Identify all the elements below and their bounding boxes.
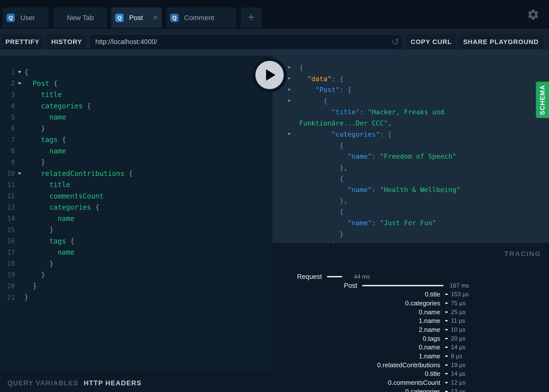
- resolver-path-label: 0.categories: [273, 388, 440, 392]
- add-tab-button[interactable]: +: [241, 7, 262, 28]
- code-text: name: [24, 215, 74, 223]
- copy-curl-button[interactable]: COPY CURL: [407, 34, 456, 49]
- code-text: tags {: [24, 136, 66, 144]
- editor-line[interactable]: 7tags {: [0, 134, 273, 146]
- editor-line[interactable]: 21}: [0, 292, 273, 303]
- tab-http-headers[interactable]: HTTP HEADERS: [84, 379, 142, 387]
- editor-line[interactable]: 16tags {: [0, 236, 273, 247]
- resolver-path-label: 0.name: [273, 343, 440, 351]
- code-text: commentsCount: [24, 192, 104, 200]
- editor-line[interactable]: 8name: [0, 146, 273, 157]
- editor-line[interactable]: 4categories {: [0, 100, 273, 112]
- code-text: categories {: [24, 203, 99, 211]
- json-text: {: [299, 97, 328, 105]
- resolver-path-label: 0.name: [273, 308, 440, 316]
- settings-button[interactable]: [527, 8, 540, 21]
- reload-icon[interactable]: ↺: [391, 37, 399, 47]
- tracing-resolver-row: 0.title14 µs: [273, 369, 549, 378]
- line-number: 12: [0, 192, 15, 200]
- tracing-resolver-row: 0.name25 µs: [273, 308, 549, 317]
- code-text: relatedContributions {: [24, 170, 133, 178]
- tab-post[interactable]: Q Post ×: [111, 7, 162, 28]
- resolver-path-label: 1.name: [273, 352, 440, 360]
- tab-bar: Q User New Tab Q Post × Q Comment +: [0, 0, 549, 28]
- resolver-duration-bar: [445, 382, 448, 383]
- resolver-duration-value: 153 µs: [451, 291, 469, 298]
- fold-arrow-icon[interactable]: [285, 67, 293, 69]
- line-number: 1: [0, 69, 15, 76]
- prettify-button[interactable]: PRETTIFY: [1, 34, 43, 49]
- editor-line[interactable]: 18}: [0, 258, 273, 270]
- code-text: name: [24, 248, 74, 256]
- tracing-resolver-row: 0.categories13 µs: [273, 387, 549, 392]
- history-button[interactable]: HISTORY: [47, 34, 87, 49]
- editor-line[interactable]: 13categories {: [0, 202, 273, 213]
- editor-line[interactable]: 17name: [0, 247, 273, 258]
- line-number: 2: [0, 80, 15, 87]
- share-playground-button[interactable]: SHARE PLAYGROUND: [459, 34, 543, 49]
- resolver-duration-value: 75 µs: [451, 300, 466, 307]
- fold-arrow-icon[interactable]: [285, 133, 293, 135]
- json-text: }: [299, 230, 344, 238]
- fold-arrow-icon[interactable]: [15, 172, 24, 175]
- json-text: "data": {: [299, 75, 344, 83]
- tracing-resolver-row: 0.relatedContributions19 µs: [273, 361, 549, 369]
- response-line: "name": "Freedom of Speech": [273, 151, 549, 162]
- editor-line[interactable]: 10relatedContributions {: [0, 168, 273, 179]
- response-viewer: {"data": {"Post": [{"title": "Hacker, Fr…: [273, 56, 549, 243]
- resolver-path-label: 0.categories: [273, 299, 440, 307]
- schema-side-tab[interactable]: SCHEMA: [536, 82, 549, 118]
- query-badge-icon: Q: [6, 14, 15, 22]
- code-text: categories {: [24, 102, 91, 110]
- schema-tab-label: SCHEMA: [539, 85, 546, 115]
- resolver-path-label: 1.name: [273, 317, 440, 325]
- editor-line[interactable]: 11title: [0, 179, 273, 191]
- json-text: Funktionäre...Der CCC",: [299, 119, 392, 127]
- editor-line[interactable]: 1{: [0, 67, 273, 78]
- resolver-duration-value: 19 µs: [451, 362, 466, 368]
- json-text: "categories": [: [299, 130, 392, 138]
- close-icon[interactable]: ×: [153, 13, 158, 22]
- editor-line[interactable]: 20}: [0, 281, 273, 292]
- resolver-duration-bar: [445, 373, 448, 374]
- endpoint-url-value: http://localhost:4000/: [95, 38, 157, 46]
- editor-line[interactable]: 3title: [0, 89, 273, 100]
- code-text: tags {: [24, 237, 74, 245]
- tracing-duration-value: 44 ms: [354, 273, 370, 280]
- tab-query-variables[interactable]: QUERY VARIABLES: [7, 379, 78, 387]
- tracing-duration-value: 167 ms: [450, 282, 469, 289]
- editor-line[interactable]: 6}: [0, 123, 273, 134]
- editor-line[interactable]: 19}: [0, 269, 273, 281]
- editor-line[interactable]: 2Post {: [0, 78, 273, 89]
- plus-icon: +: [248, 11, 255, 23]
- code-text: {: [24, 68, 28, 76]
- tracing-span-row: Request44 ms: [273, 272, 549, 281]
- tracing-resolver-row: 1.name8 µs: [273, 352, 549, 361]
- json-text: },: [299, 197, 348, 204]
- json-text: },: [299, 164, 348, 171]
- response-line: "name": "Just For Fun": [273, 217, 549, 228]
- line-number: 16: [0, 237, 15, 245]
- query-editor[interactable]: 1{2Post {3title4categories {5name6}7tags…: [0, 56, 273, 370]
- editor-line[interactable]: 14name: [0, 213, 273, 224]
- editor-line[interactable]: 15}: [0, 224, 273, 236]
- json-text: "title": "Hacker, Freaks und: [299, 108, 444, 116]
- fold-arrow-icon[interactable]: [15, 71, 24, 73]
- response-line: "name": "Health & Wellbeing": [273, 184, 549, 195]
- fold-arrow-icon[interactable]: [285, 100, 293, 102]
- fold-arrow-icon[interactable]: [285, 89, 293, 91]
- tab-comment[interactable]: Q Comment: [166, 7, 236, 28]
- endpoint-url-input[interactable]: http://localhost:4000/ ↺: [90, 34, 402, 49]
- tab-new-tab[interactable]: New Tab: [54, 7, 107, 28]
- editor-line[interactable]: 12commentsCount: [0, 191, 273, 202]
- editor-line[interactable]: 9}: [0, 157, 273, 168]
- fold-arrow-icon[interactable]: [15, 82, 24, 85]
- play-button-circle: [255, 61, 284, 89]
- resolver-duration-bar: [445, 356, 448, 357]
- editor-line[interactable]: 5name: [0, 112, 273, 123]
- line-number: 10: [0, 170, 15, 177]
- json-text: {: [299, 64, 303, 72]
- execute-query-button[interactable]: [252, 58, 287, 92]
- tab-user[interactable]: Q User: [2, 7, 49, 28]
- line-number: 17: [0, 249, 15, 256]
